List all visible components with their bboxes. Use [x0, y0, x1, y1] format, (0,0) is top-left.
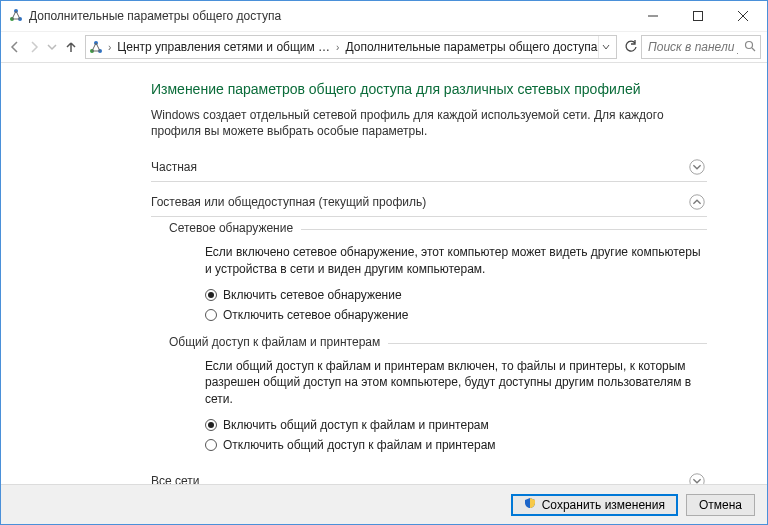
svg-point-8 [690, 160, 704, 174]
group-legend: Общий доступ к файлам и принтерам [169, 335, 388, 349]
chevron-right-icon[interactable]: › [106, 42, 113, 53]
group-description: Если включено сетевое обнаружение, этот … [205, 244, 707, 276]
profile-label: Частная [151, 160, 687, 174]
maximize-button[interactable] [675, 2, 720, 30]
page-heading: Изменение параметров общего доступа для … [151, 81, 707, 97]
radio-icon [205, 439, 217, 451]
radio-label: Отключить сетевое обнаружение [223, 307, 408, 323]
radio-icon [205, 289, 217, 301]
radio-discovery-on[interactable]: Включить сетевое обнаружение [205, 285, 707, 305]
address-bar[interactable]: › Центр управления сетями и общим … › До… [85, 35, 617, 59]
profile-label: Все сети [151, 474, 687, 484]
networking-icon [88, 39, 104, 55]
up-button[interactable] [63, 35, 80, 59]
chevron-down-icon [687, 471, 707, 484]
refresh-button[interactable] [623, 35, 640, 59]
group-file-printer-sharing: Общий доступ к файлам и принтерам Если о… [169, 343, 707, 461]
button-label: Отмена [699, 498, 742, 512]
profile-guest[interactable]: Гостевая или общедоступная (текущий проф… [151, 188, 707, 217]
content-area: Изменение параметров общего доступа для … [1, 63, 767, 484]
button-label: Сохранить изменения [542, 498, 665, 512]
group-legend: Сетевое обнаружение [169, 221, 301, 235]
group-network-discovery: Сетевое обнаружение Если включено сетево… [169, 229, 707, 331]
nav-toolbar: › Центр управления сетями и общим … › До… [1, 31, 767, 63]
search-box[interactable] [641, 35, 761, 59]
titlebar: Дополнительные параметры общего доступа [1, 1, 767, 31]
chevron-up-icon [687, 192, 707, 212]
save-changes-button[interactable]: Сохранить изменения [511, 494, 678, 516]
footer-bar: Сохранить изменения Отмена [1, 484, 767, 524]
page-description: Windows создает отдельный сетевой профил… [151, 107, 707, 139]
address-dropdown-button[interactable] [598, 36, 614, 58]
cancel-button[interactable]: Отмена [686, 494, 755, 516]
svg-rect-3 [693, 12, 702, 21]
profile-private[interactable]: Частная [151, 153, 707, 182]
svg-point-9 [690, 195, 704, 209]
back-button[interactable] [7, 35, 24, 59]
breadcrumb-item[interactable]: Центр управления сетями и общим … [117, 40, 330, 54]
breadcrumb: › Центр управления сетями и общим … › До… [104, 40, 598, 54]
group-description: Если общий доступ к файлам и принтерам в… [205, 358, 707, 407]
radio-label: Отключить общий доступ к файлам и принте… [223, 437, 496, 453]
radio-label: Включить общий доступ к файлам и принтер… [223, 417, 489, 433]
forward-button[interactable] [26, 35, 43, 59]
minimize-button[interactable] [630, 2, 675, 30]
chevron-right-icon[interactable]: › [334, 42, 341, 53]
shield-icon [524, 497, 536, 512]
window-title: Дополнительные параметры общего доступа [29, 9, 630, 23]
svg-point-7 [746, 41, 753, 48]
radio-sharing-on[interactable]: Включить общий доступ к файлам и принтер… [205, 415, 707, 435]
profile-label: Гостевая или общедоступная (текущий проф… [151, 195, 687, 209]
radio-sharing-off[interactable]: Отключить общий доступ к файлам и принте… [205, 435, 707, 455]
guest-profile-section: Сетевое обнаружение Если включено сетево… [169, 229, 707, 461]
networking-icon [9, 8, 23, 25]
search-icon [744, 40, 756, 55]
chevron-down-icon [687, 157, 707, 177]
radio-icon [205, 309, 217, 321]
profile-all-networks[interactable]: Все сети [151, 467, 707, 484]
close-button[interactable] [720, 2, 765, 30]
radio-discovery-off[interactable]: Отключить сетевое обнаружение [205, 305, 707, 325]
recent-locations-button[interactable] [44, 35, 61, 59]
radio-icon [205, 419, 217, 431]
radio-label: Включить сетевое обнаружение [223, 287, 402, 303]
breadcrumb-item[interactable]: Дополнительные параметры общего доступа [345, 40, 597, 54]
window: Дополнительные параметры общего доступа … [0, 0, 768, 525]
search-input[interactable] [646, 39, 740, 55]
